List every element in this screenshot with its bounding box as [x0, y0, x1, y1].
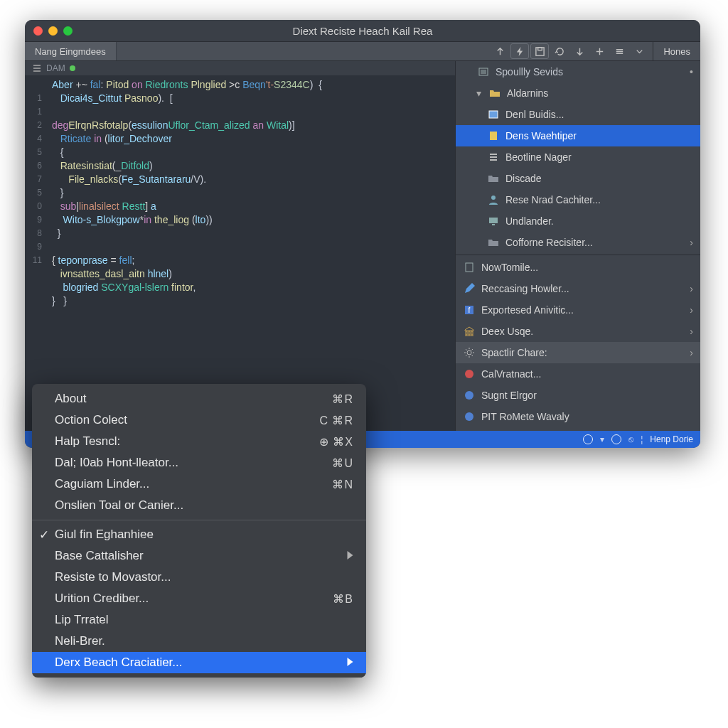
row-label: Denl Buidis...	[505, 109, 693, 120]
menu-derx-beach[interactable]: Derx Beach Craciatier...	[32, 652, 366, 673]
svg-rect-8	[466, 263, 473, 272]
upload-icon[interactable]	[491, 43, 509, 59]
folder-open-icon	[488, 87, 501, 100]
menu-lip-trratel[interactable]: Lip Trratel	[32, 609, 366, 631]
side-panel: Spoullly Sevids•▾AldarninsDenl Buidis...…	[455, 61, 700, 431]
svg-rect-4	[490, 132, 497, 140]
tree-aldarnins[interactable]: ▾Aldarnins	[456, 82, 700, 104]
menu-urition[interactable]: Urition Crediber...⌘B	[32, 588, 366, 609]
item-rese-nrad[interactable]: Rese Nrad Cachiter...	[456, 189, 700, 210]
status-icon[interactable]	[611, 434, 621, 444]
menu-caguiam[interactable]: Caguiam Linder...⌘N	[32, 473, 366, 495]
folder-icon	[487, 236, 500, 249]
menu-icon[interactable]	[32, 63, 42, 73]
menu-resiste[interactable]: Resiste to Movastor...	[32, 567, 366, 588]
item-discade[interactable]: Discade	[456, 168, 700, 189]
code-editor[interactable]: 11245675098911 Aber +~ fal: Pitod on Rie…	[25, 75, 455, 431]
status-right[interactable]: Henp Dorie	[650, 434, 693, 444]
lines-icon	[487, 151, 500, 164]
bolt-icon[interactable]	[510, 43, 529, 59]
row-label: Spoullly Sevids	[496, 66, 684, 77]
menu-base-cattalisher[interactable]: Base Cattalisher	[32, 545, 366, 567]
menu-label: Caguiam Linder...	[55, 477, 149, 491]
menu-label: Oction Colect	[55, 413, 127, 427]
panel-tab[interactable]: Hones	[653, 42, 700, 60]
save-icon[interactable]	[530, 43, 549, 59]
svg-rect-0	[536, 47, 544, 55]
item-nowtomile[interactable]: NowTomile...	[456, 257, 700, 278]
item-calvratnact[interactable]: CalVratnact...	[456, 363, 700, 385]
item-undlander[interactable]: Undlander.	[456, 210, 700, 232]
row-label: Beotline Nager	[505, 151, 693, 163]
menu-onslien[interactable]: Onslien Toal or Canier...	[32, 495, 366, 516]
menu-about[interactable]: About⌘R	[32, 388, 366, 410]
svg-point-14	[465, 412, 473, 421]
folder-icon	[487, 172, 500, 185]
row-label: CalVratnact...	[481, 368, 693, 380]
menu-label: Neli-Brer.	[55, 634, 105, 648]
download-icon[interactable]	[570, 43, 589, 59]
refresh-icon[interactable]	[550, 43, 569, 59]
panel-spoullly[interactable]: Spoullly Sevids•	[456, 61, 700, 82]
row-label: Deex Usqe.	[481, 326, 684, 337]
plus-icon[interactable]	[590, 43, 609, 59]
svg-point-12	[465, 370, 473, 378]
menu-oction-colect[interactable]: Oction ColectC ⌘R	[32, 410, 366, 431]
titlebar: Diext Reciste Heach Kail Rea	[25, 20, 700, 41]
code-content[interactable]: Aber +~ fal: Pitod on Riedronts Plnglied…	[46, 75, 455, 431]
menu-label: Giul fin Eghanhiee	[55, 528, 154, 542]
editor-tab[interactable]: Nang Eingmdees	[25, 42, 117, 60]
svg-text:f: f	[469, 306, 471, 314]
chevron-down-icon[interactable]	[630, 43, 648, 59]
settings-icon[interactable]	[610, 43, 628, 59]
row-label: Cofforne Recisiter...	[505, 237, 684, 248]
menu-neli-brer[interactable]: Neli-Brer.	[32, 631, 366, 652]
breadcrumb: DAM	[25, 61, 455, 75]
crumb-label: DAM	[46, 63, 65, 73]
menu-halp-tesncl[interactable]: Halp Tesncl:⊕ ⌘X	[32, 431, 366, 452]
svg-rect-1	[538, 47, 542, 50]
item-denl-buidis[interactable]: Denl Buidis...	[456, 104, 700, 125]
gear-icon	[463, 346, 476, 359]
svg-point-11	[467, 350, 471, 355]
item-exportesed[interactable]: fExportesed Anivitic...›	[456, 299, 700, 321]
menu-label: Dal; I0ab Hont-lleator...	[55, 456, 178, 470]
fblue-icon: f	[463, 304, 476, 316]
toolbar: Nang Eingmdees Hones	[25, 41, 700, 61]
item-dens-waehtiper[interactable]: Dens Waehtiper	[456, 125, 700, 146]
doc-icon	[463, 261, 476, 274]
row-label: Discade	[505, 173, 693, 184]
row-label: PIT RoMete Wavaly	[481, 411, 693, 422]
person-icon	[487, 193, 500, 206]
row-label: Aldarnins	[507, 87, 693, 99]
row-label: Undlander.	[505, 215, 693, 227]
menu-giul[interactable]: ✓Giul fin Eghanhiee	[32, 524, 366, 545]
svg-point-5	[491, 196, 496, 200]
menu-label: Onslien Toal or Canier...	[55, 498, 183, 513]
item-deex-usqe[interactable]: Deex Usqe.›	[456, 321, 700, 342]
menu-dal-hont[interactable]: Dal; I0ab Hont-lleator...⌘U	[32, 452, 366, 473]
bank-icon	[463, 325, 476, 338]
svg-rect-6	[489, 218, 498, 223]
item-spactlir[interactable]: Spactlir Chare:›	[456, 342, 700, 363]
menu-label: Halp Tesncl:	[55, 434, 120, 449]
row-label: Rese Nrad Cachiter...	[505, 194, 693, 205]
row-label: Reccasing Howler...	[481, 283, 684, 294]
svg-point-13	[465, 391, 473, 400]
item-beotline-nager[interactable]: Beotline Nager	[456, 146, 700, 168]
monitor-icon	[487, 215, 500, 228]
item-cofforne[interactable]: Cofforne Recisiter...›	[456, 232, 700, 253]
item-sugnt[interactable]: Sugnt Elrgor	[456, 385, 700, 406]
item-pit-romete[interactable]: PIT RoMete Wavaly	[456, 406, 700, 427]
item-reccasing[interactable]: Reccasing Howler...›	[456, 278, 700, 299]
pen-icon	[463, 282, 476, 295]
menu-label: Resiste to Movastor...	[55, 570, 171, 584]
doc-yellow-icon	[487, 129, 500, 142]
svg-rect-7	[492, 224, 495, 225]
window-icon	[487, 108, 500, 121]
row-label: Dens Waehtiper	[505, 130, 693, 141]
context-menu: About⌘ROction ColectC ⌘RHalp Tesncl:⊕ ⌘X…	[32, 384, 366, 678]
toolbar-icons	[491, 43, 648, 59]
menu-label: Derx Beach Craciatier...	[55, 655, 183, 670]
status-icon[interactable]	[583, 434, 593, 444]
